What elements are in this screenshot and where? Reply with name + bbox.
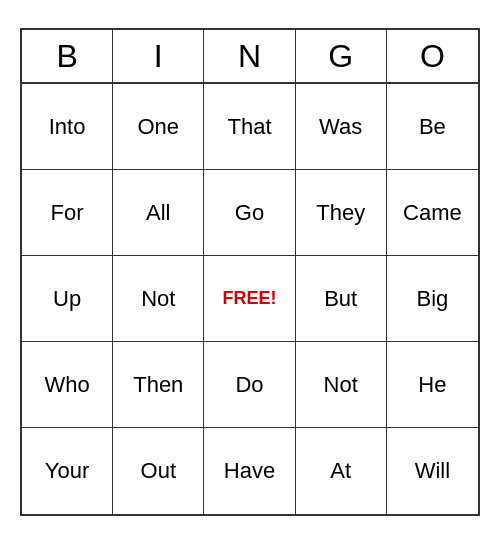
bingo-cell[interactable]: He xyxy=(387,342,478,428)
bingo-header-letter: G xyxy=(296,30,387,82)
bingo-cell[interactable]: Who xyxy=(22,342,113,428)
bingo-cell[interactable]: Do xyxy=(204,342,295,428)
bingo-cell[interactable]: Then xyxy=(113,342,204,428)
bingo-cell[interactable]: For xyxy=(22,170,113,256)
bingo-cell[interactable]: Go xyxy=(204,170,295,256)
bingo-cell[interactable]: All xyxy=(113,170,204,256)
bingo-cell[interactable]: Have xyxy=(204,428,295,514)
bingo-header-letter: N xyxy=(204,30,295,82)
bingo-cell[interactable]: At xyxy=(296,428,387,514)
bingo-header: BINGO xyxy=(20,28,480,82)
bingo-grid: IntoOneThatWasBeForAllGoTheyCameUpNotFRE… xyxy=(20,82,480,516)
bingo-cell[interactable]: Out xyxy=(113,428,204,514)
bingo-cell[interactable]: But xyxy=(296,256,387,342)
bingo-cell[interactable]: Not xyxy=(296,342,387,428)
bingo-cell[interactable]: Into xyxy=(22,84,113,170)
bingo-cell[interactable]: Your xyxy=(22,428,113,514)
bingo-cell[interactable]: Up xyxy=(22,256,113,342)
bingo-cell[interactable]: They xyxy=(296,170,387,256)
bingo-header-letter: O xyxy=(387,30,478,82)
bingo-cell[interactable]: Came xyxy=(387,170,478,256)
bingo-cell[interactable]: FREE! xyxy=(204,256,295,342)
bingo-card: BINGO IntoOneThatWasBeForAllGoTheyCameUp… xyxy=(20,28,480,516)
bingo-cell[interactable]: Was xyxy=(296,84,387,170)
bingo-cell[interactable]: Not xyxy=(113,256,204,342)
bingo-cell[interactable]: That xyxy=(204,84,295,170)
bingo-header-letter: I xyxy=(113,30,204,82)
bingo-cell[interactable]: Be xyxy=(387,84,478,170)
bingo-cell[interactable]: Big xyxy=(387,256,478,342)
bingo-header-letter: B xyxy=(22,30,113,82)
bingo-cell[interactable]: Will xyxy=(387,428,478,514)
bingo-cell[interactable]: One xyxy=(113,84,204,170)
